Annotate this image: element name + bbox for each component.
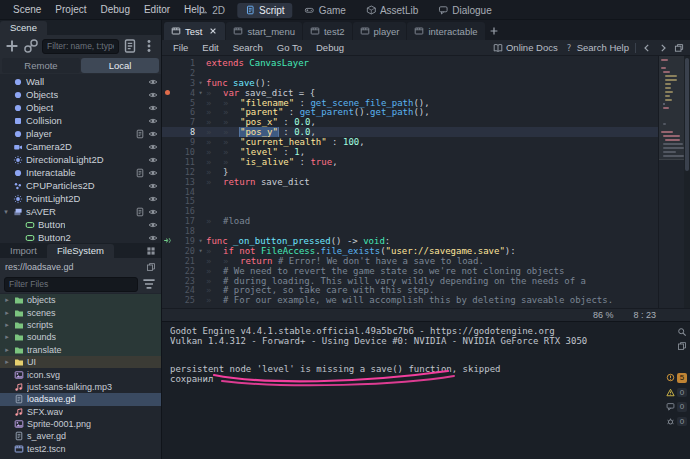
script-menu-file[interactable]: File	[166, 41, 195, 54]
filesystem-filter-input[interactable]	[4, 277, 138, 292]
line-number[interactable]: 12	[173, 167, 195, 177]
line-number[interactable]: 24	[173, 285, 195, 295]
code-editor[interactable]: 1extends CanvasLayer23▾func save():4▾»va…	[162, 56, 690, 308]
menu-editor[interactable]: Editor	[137, 2, 177, 17]
visibility-toggle-icon[interactable]	[148, 90, 158, 100]
file-sprite-0001-png[interactable]: Sprite-0001.png	[0, 418, 161, 430]
scene-tab-test2[interactable]: test2	[303, 22, 352, 40]
fold-arrow-icon[interactable]: ▾	[195, 247, 206, 255]
attach-script-button[interactable]	[122, 38, 138, 54]
line-number[interactable]: 6	[173, 107, 195, 117]
visibility-toggle-icon[interactable]	[148, 181, 158, 191]
zoom-level[interactable]: 86 %	[593, 310, 614, 320]
file-s-aver-gd[interactable]: s_aver.gd	[0, 430, 161, 442]
expand-arrow-icon[interactable]: ▸	[3, 309, 11, 317]
file-just-sans-talking-mp3[interactable]: just-sans-talking.mp3	[0, 381, 161, 393]
scene-node-button[interactable]: Button	[0, 218, 161, 231]
scene-tab-test[interactable]: Test	[164, 22, 225, 40]
output-filter-message[interactable]: 0	[666, 402, 687, 412]
line-number[interactable]: 11	[173, 157, 195, 167]
file-loadsave-gd[interactable]: loadsave.gd	[0, 393, 161, 405]
workspace-tab-2d[interactable]: 2D	[190, 3, 233, 18]
tab-scene[interactable]: Scene	[0, 21, 47, 35]
line-number[interactable]: 8	[173, 127, 195, 137]
line-number[interactable]: 7	[173, 117, 195, 127]
line-number[interactable]: 4	[173, 88, 195, 98]
visibility-toggle-icon[interactable]	[148, 77, 158, 87]
scene-node-interactable[interactable]: Interactable	[0, 166, 161, 179]
expand-arrow-icon[interactable]: ▸	[3, 346, 11, 354]
instance-scene-button[interactable]	[23, 38, 39, 54]
collapse-arrow-icon[interactable]: ▾	[2, 208, 10, 216]
line-number[interactable]: 3	[173, 78, 195, 88]
scene-tab-start-menu[interactable]: start_menu	[226, 22, 302, 40]
visibility-toggle-icon[interactable]	[148, 116, 158, 126]
output-filter-debug[interactable]: 0	[666, 417, 687, 427]
local-button[interactable]: Local	[81, 58, 159, 73]
scene-filter-input[interactable]	[42, 39, 119, 54]
tab-import[interactable]: Import	[0, 244, 47, 258]
script-menu-edit[interactable]: Edit	[195, 41, 225, 54]
line-number[interactable]: 23	[173, 276, 195, 286]
fold-arrow-icon[interactable]: ▾	[195, 79, 206, 87]
breakpoint-marker[interactable]	[162, 90, 173, 95]
file-translate[interactable]: ▸translate	[0, 344, 161, 356]
script-menu-search[interactable]: Search	[226, 41, 270, 54]
file-sounds[interactable]: ▸sounds	[0, 331, 161, 343]
scene-node-collision[interactable]: Collision	[0, 114, 161, 127]
search-help-button[interactable]: ? Search Help	[564, 42, 629, 53]
file-icon-svg[interactable]: icon.svg	[0, 368, 161, 380]
line-number[interactable]: 5	[173, 98, 195, 108]
new-tab-button[interactable]	[486, 23, 502, 39]
fold-arrow-icon[interactable]: ▾	[195, 237, 206, 245]
menu-project[interactable]: Project	[48, 2, 93, 17]
scene-node-object[interactable]: Object	[0, 101, 161, 114]
line-number[interactable]: 20	[173, 246, 195, 256]
remote-button[interactable]: Remote	[2, 58, 80, 73]
history-back-button[interactable]	[642, 43, 652, 53]
visibility-toggle-icon[interactable]	[148, 155, 158, 165]
output-copy-icon[interactable]	[677, 341, 687, 351]
visibility-toggle-icon[interactable]	[148, 129, 158, 139]
workspace-tab-script[interactable]: Script	[237, 3, 293, 18]
expand-arrow-icon[interactable]: ▸	[3, 321, 11, 329]
line-number[interactable]: 14	[173, 187, 195, 197]
script-menu-debug[interactable]: Debug	[309, 41, 351, 54]
expand-arrow-icon[interactable]: ▸	[3, 358, 11, 366]
copy-path-icon[interactable]	[146, 262, 156, 272]
scene-tab-player[interactable]: player	[353, 22, 407, 40]
add-node-button[interactable]	[4, 38, 20, 54]
script-menu-go-to[interactable]: Go To	[270, 41, 309, 54]
split-view-icon[interactable]	[146, 246, 156, 256]
line-number[interactable]: 2	[173, 68, 195, 78]
output-search-icon[interactable]	[677, 327, 687, 337]
scene-node-saver[interactable]: ▾sAVER	[0, 205, 161, 218]
line-number[interactable]: 18	[173, 226, 195, 236]
fold-arrow-icon[interactable]: ▾	[195, 89, 206, 97]
signal-connection-icon[interactable]	[162, 236, 173, 245]
expand-arrow-icon[interactable]: ▸	[3, 333, 11, 341]
attached-script-icon[interactable]	[135, 129, 145, 139]
tab-filesystem[interactable]: FileSystem	[47, 244, 114, 258]
visibility-toggle-icon[interactable]	[148, 103, 158, 113]
line-number[interactable]: 9	[173, 137, 195, 147]
workspace-tab-game[interactable]: Game	[297, 3, 354, 18]
output-filter-warning[interactable]: 0	[666, 388, 687, 398]
line-number[interactable]: 15	[173, 196, 195, 206]
scene-node-pointlight2d[interactable]: PointLight2D	[0, 192, 161, 205]
scene-node-camera2d[interactable]: Camera2D	[0, 140, 161, 153]
line-number[interactable]: 16	[173, 206, 195, 216]
workspace-tab-dialogue[interactable]: Dialogue	[430, 3, 499, 18]
attached-script-icon[interactable]	[135, 207, 145, 217]
line-number[interactable]: 19	[173, 236, 195, 246]
code-scrollbar[interactable]	[684, 56, 690, 308]
online-docs-button[interactable]: Online Docs	[493, 42, 558, 53]
file-test2-tscn[interactable]: test2.tscn	[0, 443, 161, 455]
visibility-toggle-icon[interactable]	[148, 233, 158, 243]
line-number[interactable]: 21	[173, 256, 195, 266]
attached-script-icon[interactable]	[135, 168, 145, 178]
scene-node-player[interactable]: player	[0, 127, 161, 140]
line-number[interactable]: 22	[173, 266, 195, 276]
file-objects[interactable]: ▸objects	[0, 294, 161, 306]
visibility-toggle-icon[interactable]	[148, 142, 158, 152]
